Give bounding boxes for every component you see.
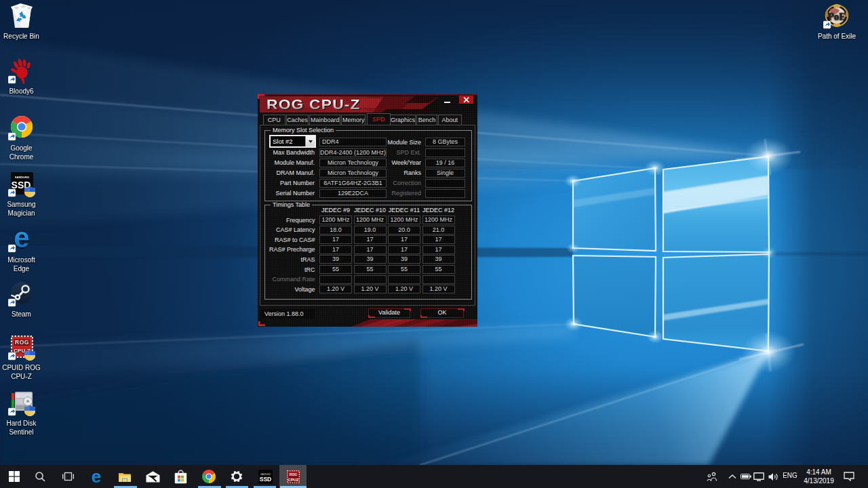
svg-text:e: e (92, 469, 101, 484)
svg-text:e: e (14, 227, 29, 253)
svg-text:ROG: ROG (289, 472, 297, 476)
svg-text:PoE: PoE (828, 11, 846, 22)
svg-text:ROG: ROG (15, 339, 29, 346)
svg-text:SAMSUNG: SAMSUNG (14, 176, 28, 179)
svg-text:CPUZ: CPUZ (288, 477, 299, 481)
svg-text:SSD: SSD (259, 476, 271, 483)
